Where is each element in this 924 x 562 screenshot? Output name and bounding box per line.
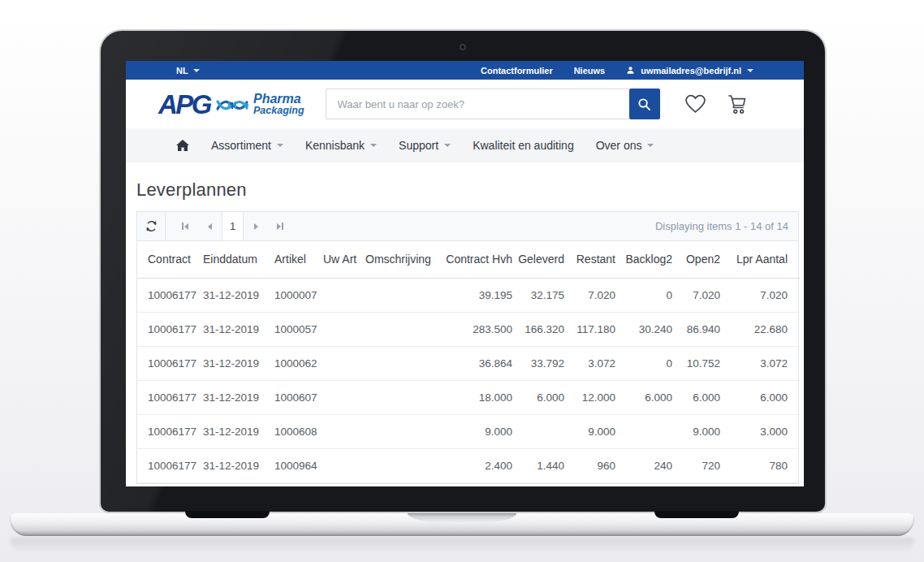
grid-toolbar: 1 Displaying items 1 - 14 of 14 (137, 212, 798, 241)
cell-backlog2: 0 (615, 346, 672, 380)
page-title: Leverplannen (136, 179, 799, 201)
nav-home-button[interactable] (176, 140, 189, 151)
cell-geleverd: 6.000 (512, 380, 564, 414)
nav-item-support[interactable]: Support (399, 139, 451, 152)
first-page-button[interactable] (173, 212, 197, 240)
cell-contract-hvh: 2.400 (439, 448, 512, 482)
column-header-backlog2[interactable]: Backlog2 (615, 241, 672, 278)
cell-omschrijving (360, 380, 439, 414)
logo-tagline-top: Pharma (253, 92, 304, 106)
chevron-down-icon (747, 69, 753, 72)
nav-item-over-ons[interactable]: Over ons (596, 139, 654, 152)
cell-restant: 12.000 (564, 380, 615, 414)
topbar-link-contactformulier[interactable]: Contactformulier (481, 66, 553, 76)
next-page-button[interactable] (244, 212, 268, 240)
topbar-link-nieuws[interactable]: Nieuws (574, 66, 606, 76)
home-icon (176, 140, 189, 151)
cell-geleverd: 32.175 (512, 278, 564, 312)
logo-tagline: Pharma Packaging (253, 92, 304, 117)
cart-icon (728, 94, 749, 115)
cell-omschrijving (360, 278, 439, 312)
cell-backlog2: 6.000 (615, 380, 672, 414)
column-header-contract[interactable]: Contract (137, 241, 197, 278)
laptop-reflection (10, 538, 914, 556)
cell-omschrijving (360, 346, 439, 380)
chevron-down-icon (193, 69, 200, 72)
cell-backlog2: 240 (615, 448, 672, 482)
table-header-row: ContractEinddatumArtikelUw ArtOmschrijvi… (137, 241, 800, 278)
cell-contract: 10006177 (137, 448, 197, 482)
cell-omschrijving (360, 448, 439, 482)
current-page-indicator[interactable]: 1 (222, 212, 244, 240)
column-header-contract-hvh[interactable]: Contract Hvh (439, 241, 512, 278)
cell-einddatum: 31-12-2019 (197, 312, 269, 346)
table-body: 1000617731-12-2019100000739.19532.1757.0… (137, 278, 800, 482)
nav-item-label: Assortiment (211, 139, 271, 152)
column-header-artikel[interactable]: Artikel (269, 241, 317, 278)
column-header-geleverd[interactable]: Geleverd (512, 241, 564, 278)
cell-artikel: 1000608 (269, 414, 317, 448)
table-row[interactable]: 1000617731-12-2019100000739.19532.1757.0… (137, 278, 800, 312)
account-menu[interactable]: uwmailadres@bedrijf.nl (626, 66, 753, 76)
column-header-uw-art[interactable]: Uw Art (317, 241, 360, 278)
wishlist-button[interactable] (684, 94, 706, 114)
table-row[interactable]: 1000617731-12-201910006089.0009.0009.000… (137, 414, 800, 448)
cell-uw-art (317, 312, 360, 346)
cell-uw-art (317, 278, 360, 312)
hinge-cover-right (654, 511, 739, 518)
column-header-open2[interactable]: Open2 (672, 241, 720, 278)
cell-omschrijving (360, 312, 439, 346)
column-header-restant[interactable]: Restant (564, 241, 615, 278)
topbar: NL Contactformulier Nieuws uwmailadres@b… (126, 61, 804, 80)
prev-page-button[interactable] (197, 212, 222, 240)
cell-einddatum: 31-12-2019 (197, 346, 269, 380)
cell-backlog2: 30.240 (615, 312, 672, 346)
cell-geleverd: 33.792 (512, 346, 564, 380)
chevron-down-icon (444, 144, 451, 147)
table-row[interactable]: 1000617731-12-201910009642.4001.44096024… (137, 448, 800, 482)
cart-button[interactable] (728, 94, 749, 115)
nav-item-label: Kennisbank (305, 139, 365, 152)
cell-backlog2 (615, 414, 672, 448)
cell-einddatum: 31-12-2019 (197, 414, 269, 448)
leverplannen-grid: 1 Displaying items 1 - 14 of 14 Contrac (136, 211, 799, 484)
logo-tagline-bottom: Packaging (253, 106, 304, 117)
table-row[interactable]: 1000617731-12-20191000057283.500166.3201… (137, 312, 800, 346)
cell-artikel: 1000607 (269, 380, 317, 414)
refresh-button[interactable] (137, 212, 166, 240)
cell-contract: 10006177 (137, 346, 197, 380)
cell-artikel: 1000057 (269, 312, 317, 346)
main-nav: AssortimentKennisbankSupportKwaliteit en… (126, 128, 804, 162)
cell-uw-art (317, 346, 360, 380)
table-row[interactable]: 1000617731-12-2019100006236.86433.7923.0… (137, 346, 800, 380)
cell-artikel: 1000062 (269, 346, 317, 380)
cell-artikel: 1000007 (269, 278, 317, 312)
cell-open2: 10.752 (672, 346, 720, 380)
cell-backlog2: 0 (615, 278, 672, 312)
heart-icon (684, 94, 706, 114)
cell-contract: 10006177 (137, 278, 197, 312)
search-button[interactable] (629, 89, 660, 119)
nav-item-kwaliteit-en-auditing[interactable]: Kwaliteit en auditing (473, 139, 574, 152)
last-page-button[interactable] (268, 212, 292, 240)
cell-lpr-aantal: 3.000 (720, 414, 800, 448)
column-header-lpr-aantal[interactable]: Lpr Aantal (720, 241, 800, 278)
cell-contract: 10006177 (137, 414, 197, 448)
laptop-base-notch (408, 513, 516, 524)
cell-lpr-aantal: 7.020 (720, 278, 800, 312)
table-row[interactable]: 1000617731-12-2019100060718.0006.00012.0… (137, 380, 800, 414)
column-header-omschrijving[interactable]: Omschrijving (360, 241, 439, 278)
cell-lpr-aantal: 6.000 (720, 380, 800, 414)
column-header-einddatum[interactable]: Einddatum (197, 241, 269, 278)
cell-restant: 3.072 (564, 346, 615, 380)
cell-geleverd: 166.320 (512, 312, 564, 346)
nav-item-assortiment[interactable]: Assortiment (211, 139, 283, 152)
cell-contract-hvh: 283.500 (439, 312, 512, 346)
logo[interactable]: APG Pharma Packaging (158, 91, 304, 118)
pager: 1 (173, 212, 292, 240)
language-selector[interactable]: NL (176, 66, 200, 76)
cell-uw-art (317, 414, 360, 448)
laptop-screen-bezel: NL Contactformulier Nieuws uwmailadres@b… (99, 29, 827, 513)
nav-item-kennisbank[interactable]: Kennisbank (305, 139, 377, 152)
search-input[interactable] (326, 89, 629, 119)
